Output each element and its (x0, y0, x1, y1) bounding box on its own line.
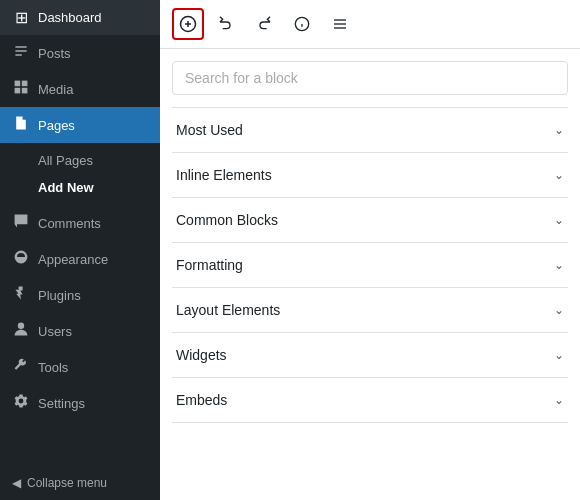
sidebar-item-comments[interactable]: Comments (0, 205, 160, 241)
block-category-inline-elements[interactable]: Inline Elements ⌄ (172, 152, 568, 197)
submenu-add-new[interactable]: Add New (0, 174, 160, 201)
svg-rect-1 (22, 81, 28, 87)
block-category-layout-elements[interactable]: Layout Elements ⌄ (172, 287, 568, 332)
svg-point-5 (18, 323, 24, 329)
chevron-down-icon: ⌄ (554, 123, 564, 137)
chevron-down-icon: ⌄ (554, 168, 564, 182)
submenu-all-pages[interactable]: All Pages (0, 147, 160, 174)
block-category-formatting[interactable]: Formatting ⌄ (172, 242, 568, 287)
sidebar-item-plugins[interactable]: Plugins (0, 277, 160, 313)
category-label: Layout Elements (176, 302, 280, 318)
sidebar-item-label: Tools (38, 360, 68, 375)
users-icon (12, 321, 30, 341)
sidebar-item-label: Users (38, 324, 72, 339)
category-label: Widgets (176, 347, 227, 363)
svg-rect-0 (15, 81, 21, 87)
info-button[interactable] (286, 8, 318, 40)
category-label: Common Blocks (176, 212, 278, 228)
chevron-down-icon: ⌄ (554, 258, 564, 272)
category-label: Most Used (176, 122, 243, 138)
block-category-most-used[interactable]: Most Used ⌄ (172, 107, 568, 152)
sidebar-item-media[interactable]: Media (0, 71, 160, 107)
sidebar-item-users[interactable]: Users (0, 313, 160, 349)
collapse-menu[interactable]: ◀ Collapse menu (0, 466, 160, 500)
add-block-button[interactable] (172, 8, 204, 40)
tools-icon (12, 357, 30, 377)
chevron-down-icon: ⌄ (554, 348, 564, 362)
settings-icon (12, 393, 30, 413)
svg-rect-2 (15, 88, 21, 94)
block-category-embeds[interactable]: Embeds ⌄ (172, 377, 568, 423)
chevron-down-icon: ⌄ (554, 213, 564, 227)
collapse-label: Collapse menu (27, 476, 107, 490)
toolbar (160, 0, 580, 49)
undo-button[interactable] (210, 8, 242, 40)
sidebar-item-pages[interactable]: Pages (0, 107, 160, 143)
sidebar-item-label: Posts (38, 46, 71, 61)
sidebar-item-tools[interactable]: Tools (0, 349, 160, 385)
pages-icon (12, 115, 30, 135)
main-area: Most Used ⌄ Inline Elements ⌄ Common Blo… (160, 0, 580, 500)
sidebar-item-settings[interactable]: Settings (0, 385, 160, 421)
category-label: Inline Elements (176, 167, 272, 183)
sidebar-item-label: Settings (38, 396, 85, 411)
svg-rect-3 (22, 88, 28, 94)
comments-icon (12, 213, 30, 233)
block-search-input[interactable] (172, 61, 568, 95)
sidebar-item-dashboard[interactable]: ⊞ Dashboard (0, 0, 160, 35)
collapse-icon: ◀ (12, 476, 21, 490)
pages-submenu: All Pages Add New (0, 143, 160, 205)
sidebar-item-label: Comments (38, 216, 101, 231)
sidebar-item-label: Media (38, 82, 73, 97)
category-label: Formatting (176, 257, 243, 273)
plugins-icon (12, 285, 30, 305)
sidebar-item-appearance[interactable]: Appearance (0, 241, 160, 277)
block-category-widgets[interactable]: Widgets ⌄ (172, 332, 568, 377)
posts-icon (12, 43, 30, 63)
block-categories: Most Used ⌄ Inline Elements ⌄ Common Blo… (172, 107, 568, 423)
sidebar-item-label: Pages (38, 118, 75, 133)
block-category-common-blocks[interactable]: Common Blocks ⌄ (172, 197, 568, 242)
block-panel: Most Used ⌄ Inline Elements ⌄ Common Blo… (160, 49, 580, 500)
media-icon (12, 79, 30, 99)
dashboard-icon: ⊞ (12, 8, 30, 27)
category-label: Embeds (176, 392, 227, 408)
appearance-icon (12, 249, 30, 269)
sidebar-item-label: Appearance (38, 252, 108, 267)
redo-button[interactable] (248, 8, 280, 40)
chevron-down-icon: ⌄ (554, 303, 564, 317)
sidebar-item-label: Dashboard (38, 10, 102, 25)
list-view-button[interactable] (324, 8, 356, 40)
sidebar-item-posts[interactable]: Posts (0, 35, 160, 71)
sidebar: ⊞ Dashboard Posts Media Pages All Pages … (0, 0, 160, 500)
chevron-down-icon: ⌄ (554, 393, 564, 407)
sidebar-item-label: Plugins (38, 288, 81, 303)
